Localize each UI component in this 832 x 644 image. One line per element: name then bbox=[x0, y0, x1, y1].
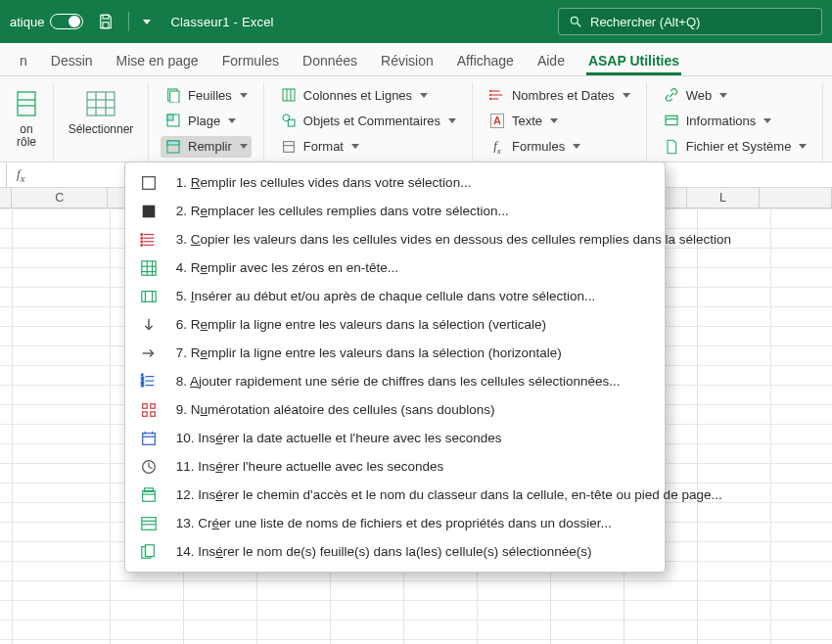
menu-item-icon bbox=[139, 344, 159, 363]
ribbon-body: onrôle Sélectionner Feuilles Plage Rempl… bbox=[0, 76, 832, 162]
menu-item-label: 14. Insérer le nom de(s) feuille(s) dans… bbox=[172, 544, 591, 559]
svg-point-29 bbox=[490, 94, 491, 95]
remplir-button[interactable]: Remplir bbox=[161, 136, 252, 158]
menu-item-10[interactable]: 10. Insérer la date actuelle et l'heure … bbox=[125, 424, 665, 452]
feuilles-button[interactable]: Feuilles bbox=[161, 84, 252, 106]
menu-item-7[interactable]: 7. Remplir la ligne entre les valeurs da… bbox=[125, 339, 665, 367]
bigbtn-fragment[interactable]: onrôle bbox=[12, 84, 41, 149]
svg-point-45 bbox=[141, 244, 143, 246]
nombres-dates-button[interactable]: Nombres et Dates bbox=[485, 84, 634, 106]
menu-item-icon: 123 bbox=[139, 372, 159, 391]
menu-item-icon bbox=[139, 202, 159, 221]
autosave-toggle[interactable]: atique bbox=[10, 14, 83, 29]
menu-item-icon bbox=[139, 542, 159, 562]
svg-rect-75 bbox=[145, 487, 154, 491]
menu-item-icon bbox=[139, 258, 159, 278]
fill-icon bbox=[164, 138, 182, 156]
menu-item-label: 6. Remplir la ligne entre les valeurs da… bbox=[172, 317, 546, 332]
svg-point-2 bbox=[571, 17, 578, 23]
toggle-icon bbox=[50, 14, 83, 29]
menu-item-label: 1. Remplir les cellules vides dans votre… bbox=[172, 175, 471, 190]
menu-item-11[interactable]: 11. Insérer l'heure actuelle avec les se… bbox=[125, 452, 665, 481]
tab-mise-en-page[interactable]: Mise en page bbox=[115, 45, 201, 75]
svg-line-72 bbox=[149, 467, 153, 469]
svg-rect-23 bbox=[283, 141, 294, 152]
titlebar: atique Classeur1 - Excel Rechercher (Alt… bbox=[0, 0, 832, 43]
svg-rect-15 bbox=[167, 115, 173, 120]
fx-icon: fx bbox=[488, 138, 506, 156]
tab-fragment[interactable]: n bbox=[18, 45, 29, 75]
chevron-down-icon bbox=[573, 144, 580, 149]
menu-item-icon bbox=[139, 173, 159, 193]
svg-point-28 bbox=[490, 90, 491, 91]
tab-revision[interactable]: Révision bbox=[379, 45, 436, 75]
tab-dessin[interactable]: Dessin bbox=[49, 45, 95, 75]
plage-button[interactable]: Plage bbox=[161, 110, 252, 131]
web-button[interactable]: Web bbox=[659, 84, 811, 106]
chevron-down-icon bbox=[420, 93, 428, 98]
informations-button[interactable]: Informations bbox=[659, 110, 811, 131]
chevron-down-icon bbox=[228, 118, 236, 123]
svg-rect-36 bbox=[143, 176, 156, 189]
menu-item-label: 9. Numérotation aléatoire des cellules (… bbox=[172, 402, 494, 417]
svg-rect-37 bbox=[143, 205, 156, 217]
svg-rect-80 bbox=[145, 544, 154, 556]
sheet-icon bbox=[9, 86, 44, 121]
format-button[interactable]: Format bbox=[276, 136, 460, 158]
formules-button[interactable]: fx Formules bbox=[485, 136, 634, 158]
menu-item-6[interactable]: 6. Remplir la ligne entre les valeurs da… bbox=[125, 310, 665, 339]
qat-more-icon[interactable] bbox=[143, 20, 151, 24]
menu-item-1[interactable]: 1. Remplir les cellules vides dans votre… bbox=[125, 168, 665, 197]
tab-formules[interactable]: Formules bbox=[220, 45, 281, 75]
file-icon bbox=[663, 138, 680, 156]
colonnes-lignes-button[interactable]: Colonnes et Lignes bbox=[276, 84, 460, 106]
menu-item-9[interactable]: 9. Numérotation aléatoire des cellules (… bbox=[125, 395, 665, 424]
columns-icon bbox=[280, 86, 298, 104]
search-placeholder: Rechercher (Alt+Q) bbox=[590, 15, 700, 29]
menu-item-icon bbox=[139, 400, 159, 420]
col-L[interactable]: L bbox=[687, 188, 760, 207]
tab-affichage[interactable]: Affichage bbox=[455, 45, 516, 75]
menu-item-3[interactable]: 3. Copier les valeurs dans les cellules … bbox=[125, 225, 665, 253]
menu-item-icon bbox=[139, 315, 159, 335]
menu-item-label: 5. Insérer au début et/ou après de chaqu… bbox=[172, 289, 595, 303]
menu-item-2[interactable]: 2. Remplacer les cellules remplies dans … bbox=[125, 197, 665, 225]
separator bbox=[128, 12, 129, 31]
tab-aide[interactable]: Aide bbox=[535, 45, 567, 75]
tab-donnees[interactable]: Données bbox=[300, 45, 359, 75]
menu-item-12[interactable]: 12. Insérer le chemin d'accès et le nom … bbox=[125, 481, 665, 509]
objets-commentaires-button[interactable]: Objets et Commentaires bbox=[276, 110, 460, 131]
menu-item-label: 10. Insérer la date actuelle et l'heure … bbox=[172, 431, 502, 445]
chevron-down-icon bbox=[351, 144, 359, 149]
menu-item-13[interactable]: 13. Créer une liste de noms de fichiers … bbox=[125, 509, 665, 537]
search-input[interactable]: Rechercher (Alt+Q) bbox=[558, 8, 822, 35]
autosave-label: atique bbox=[10, 15, 44, 29]
menu-item-label: 7. Remplir la ligne entre les valeurs da… bbox=[172, 345, 562, 360]
group-sheets: Feuilles Plage Remplir bbox=[148, 82, 263, 161]
fichier-systeme-button[interactable]: Fichier et Système bbox=[659, 136, 811, 158]
svg-rect-4 bbox=[18, 92, 35, 115]
chevron-down-icon bbox=[448, 118, 456, 123]
tab-asap-utilities[interactable]: ASAP Utilities bbox=[586, 45, 681, 75]
menu-item-5[interactable]: 5. Insérer au début et/ou après de chaqu… bbox=[125, 282, 665, 310]
grid-icon bbox=[83, 86, 118, 121]
save-icon[interactable] bbox=[97, 13, 115, 30]
search-icon bbox=[569, 15, 582, 28]
menu-item-icon bbox=[139, 457, 159, 477]
col-C[interactable]: C bbox=[12, 188, 109, 207]
svg-rect-22 bbox=[288, 120, 295, 127]
menu-item-icon bbox=[139, 230, 159, 250]
menu-item-label: 2. Remplacer les cellules remplies dans … bbox=[172, 204, 509, 218]
menu-item-4[interactable]: 4. Remplir avec les zéros en en-tête... bbox=[125, 253, 665, 282]
info-icon bbox=[663, 112, 680, 129]
menu-item-label: 3. Copier les valeurs dans les cellules … bbox=[172, 232, 731, 247]
fx-label: fx bbox=[17, 166, 24, 184]
remplir-menu: 1. Remplir les cellules vides dans votre… bbox=[124, 161, 666, 573]
menu-item-8[interactable]: 123 8. Ajouter rapidement une série de c… bbox=[125, 367, 665, 395]
menu-item-14[interactable]: 14. Insérer le nom de(s) feuille(s) dans… bbox=[125, 537, 665, 566]
group-web: Web Informations Fichier et Système bbox=[646, 82, 823, 161]
svg-point-43 bbox=[141, 237, 143, 239]
texte-button[interactable]: A Texte bbox=[485, 110, 634, 131]
svg-rect-18 bbox=[283, 89, 295, 101]
selectionner-button[interactable]: Sélectionner bbox=[66, 84, 136, 140]
